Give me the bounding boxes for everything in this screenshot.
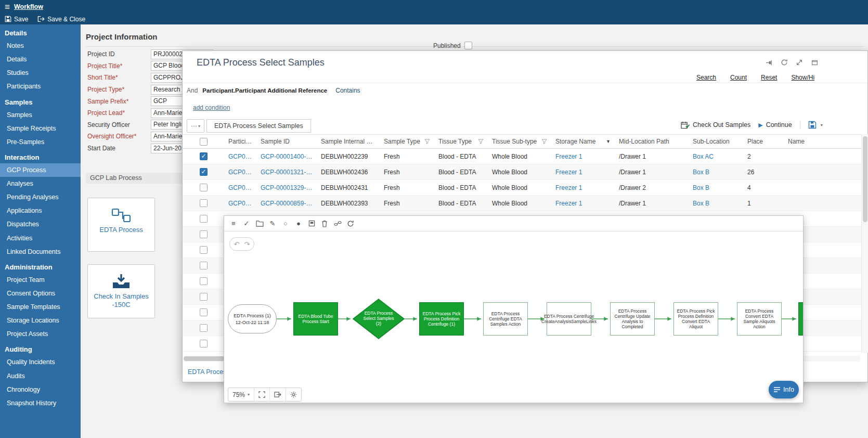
sidebar-item-participants[interactable]: Participants — [0, 80, 81, 93]
continue-button[interactable]: ▶ Continue — [758, 121, 792, 128]
sidebar-item-snapshot-history[interactable]: Snapshot History — [0, 396, 81, 410]
cell-sample-id[interactable]: GCP-00001321-0001 — [256, 169, 317, 176]
row-checkbox[interactable] — [200, 262, 208, 269]
col-header-sample-id[interactable]: Sample ID — [256, 138, 317, 145]
sort-caret-icon[interactable]: ▼ — [606, 139, 611, 144]
published-checkbox[interactable] — [464, 42, 472, 49]
cell-storage-name[interactable]: Freezer 1 — [551, 200, 615, 207]
filter-field[interactable]: Participant.Participant Additional Refer… — [202, 87, 327, 94]
cell-sub-location[interactable]: Box B — [689, 169, 743, 176]
cell-sub-location[interactable]: Box B — [689, 184, 743, 191]
save-button[interactable]: Save — [5, 16, 28, 23]
cell-storage-name[interactable]: Freezer 1 — [551, 169, 615, 176]
col-header-sub-location[interactable]: Sub-Location — [689, 138, 743, 145]
col-header-storage-name[interactable]: Storage Name▼ — [551, 138, 615, 145]
frame-icon[interactable] — [307, 220, 316, 228]
sidebar-item-audits[interactable]: Audits — [0, 369, 81, 383]
scrollbar-thumb[interactable] — [863, 136, 867, 222]
sidebar-item-linked-documents[interactable]: Linked Documents — [0, 245, 81, 259]
start-node[interactable]: EDTA Process (1) 12-Oct-22 11:18 — [228, 304, 277, 333]
sidebar-item-quality-incidents[interactable]: Quality Incidents — [0, 355, 81, 369]
task-node-update-analysis[interactable]: EDTA Process Centrifuge Update Analysis … — [610, 302, 655, 336]
sidebar-item-consent-options[interactable]: Consent Options — [0, 287, 81, 300]
row-checkbox[interactable] — [200, 168, 208, 176]
show-hide-link[interactable]: Show/Hi — [791, 74, 814, 81]
col-header-tissue-sub-type[interactable]: Tissue Sub-type — [488, 138, 551, 145]
check-in-samples-card[interactable]: Check In Samples -150C — [87, 264, 155, 318]
fullscreen-button[interactable] — [254, 388, 270, 401]
col-header-participant[interactable]: Participant — [224, 138, 256, 145]
vertical-scrollbar[interactable] — [861, 134, 868, 353]
cell-participant[interactable]: GCP000298 — [224, 153, 256, 160]
task-node-centrifuge-action[interactable]: EDTA Process Centrifuge EDTA Samples Act… — [483, 302, 528, 336]
diagram-menu-icon[interactable]: ≡ — [229, 220, 238, 228]
cell-participant[interactable]: GCP000288 — [224, 184, 256, 191]
cell-sample-id[interactable]: GCP-00000859-0001 — [256, 200, 317, 207]
row-checkbox[interactable] — [200, 152, 208, 160]
circle-outline-icon[interactable]: ○ — [281, 220, 290, 228]
sidebar-item-sample-templates[interactable]: Sample Templates — [0, 300, 81, 314]
task-node-create-analysis-links[interactable]: EDTA Process Centrifuge CreateAnalysisSa… — [547, 302, 591, 336]
task-node-pick-centrifuge[interactable]: EDTA Process Pick Process Definition Cen… — [419, 302, 464, 336]
task-node-convert-aliquots-action[interactable]: EDTA Process Convert EDTA Sample Aliquot… — [737, 302, 782, 336]
sidebar-item-studies[interactable]: Studies — [0, 66, 81, 80]
zoom-level-dropdown[interactable]: 75%▾ — [228, 388, 254, 401]
edta-process-card[interactable]: EDTA Process — [87, 198, 155, 252]
task-node-pick-convert-aliquot[interactable]: EDTA Process Pick Process Definition Con… — [673, 302, 718, 336]
cell-participant[interactable]: GCP000286 — [224, 169, 256, 176]
task-node-clipped[interactable]: EDTA Process — [798, 302, 804, 336]
settings-button[interactable] — [286, 388, 301, 401]
pen-icon[interactable]: ✎ — [268, 220, 277, 228]
col-header-tissue-type[interactable]: Tissue Type — [434, 138, 488, 145]
sidebar-item-dispatches[interactable]: Dispatches — [0, 217, 81, 231]
row-checkbox[interactable] — [200, 308, 208, 316]
info-button[interactable]: Info — [769, 381, 799, 398]
refresh-icon[interactable] — [780, 58, 788, 67]
save-view-button[interactable]: ▾ — [808, 121, 823, 129]
row-checkbox[interactable] — [200, 215, 208, 223]
filter-funnel-icon[interactable] — [541, 139, 547, 144]
filter-operator[interactable]: Contains — [335, 87, 360, 94]
cell-sample-id[interactable]: GCP-00001329-0001 — [256, 184, 317, 191]
col-header-place[interactable]: Place — [743, 138, 784, 145]
row-checkbox[interactable] — [200, 340, 208, 347]
cell-sub-location[interactable]: Box B — [689, 200, 743, 207]
sidebar-item-project-assets[interactable]: Project Assets — [0, 327, 81, 341]
save-and-close-button[interactable]: Save & Close — [37, 16, 85, 23]
link-icon[interactable] — [333, 220, 342, 228]
col-header-mid-location-path[interactable]: Mid-Location Path — [615, 138, 689, 145]
sidebar-item-details[interactable]: Details — [0, 53, 81, 66]
cell-storage-name[interactable]: Freezer 1 — [551, 153, 615, 160]
workflow-menu[interactable]: Workflow — [14, 3, 43, 10]
fit-to-view-button[interactable] — [270, 388, 286, 401]
sidebar-item-chronology[interactable]: Chronology — [0, 383, 81, 396]
row-checkbox[interactable] — [200, 230, 208, 238]
sidebar-item-analyses[interactable]: Analyses — [0, 177, 81, 190]
sidebar-item-sample-receipts[interactable]: Sample Receipts — [0, 122, 81, 135]
resize-icon[interactable] — [795, 58, 804, 67]
hamburger-menu-icon[interactable]: ≡ — [5, 3, 10, 11]
filter-conjunction[interactable]: And — [187, 87, 198, 94]
row-checkbox[interactable] — [200, 184, 208, 191]
trash-icon[interactable] — [320, 220, 329, 228]
sidebar-item-samples[interactable]: Samples — [0, 108, 81, 122]
sidebar-item-gcp-process[interactable]: GCP Process — [0, 163, 81, 177]
cell-participant[interactable]: GCP000196 — [224, 200, 256, 207]
col-header-name[interactable]: Name — [784, 138, 861, 145]
filter-funnel-icon[interactable] — [424, 139, 430, 144]
tab-edta-process-select-samples[interactable]: EDTA Process Select Samples — [206, 119, 311, 133]
row-checkbox[interactable] — [200, 277, 208, 285]
col-header-sample-type[interactable]: Sample Type — [380, 138, 434, 145]
sidebar-item-notes[interactable]: Notes — [0, 39, 81, 53]
row-checkbox[interactable] — [200, 293, 208, 301]
search-link[interactable]: Search — [696, 74, 716, 81]
sidebar-item-storage-locations[interactable]: Storage Locations — [0, 314, 81, 327]
sidebar-item-project-team[interactable]: Project Team — [0, 273, 81, 287]
select-all-checkbox[interactable] — [200, 138, 208, 146]
filter-funnel-icon[interactable] — [478, 139, 484, 144]
folder-icon[interactable] — [255, 220, 264, 228]
row-checkbox[interactable] — [200, 199, 208, 207]
sidebar-item-applications[interactable]: Applications — [0, 204, 81, 217]
check-out-samples-button[interactable]: Check Out Samples — [681, 121, 750, 129]
pin-icon[interactable] — [765, 58, 773, 67]
